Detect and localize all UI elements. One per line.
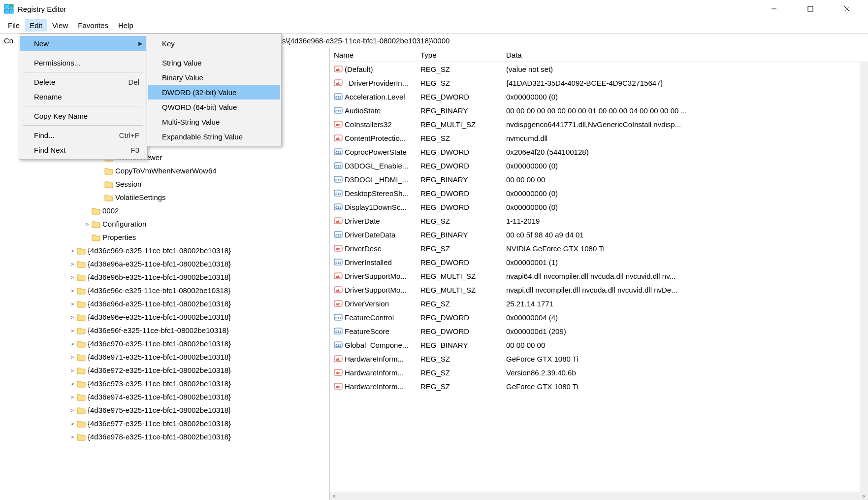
menu-item-binary-value[interactable]: Binary Value [148,70,280,85]
value-row[interactable]: 011D3DOGL_HDMI_...REG_BINARY00 00 00 00 [330,172,868,186]
value-row[interactable]: 011FeatureScoreREG_DWORD0x000000d1 (209) [330,324,868,338]
folder-icon [77,260,86,268]
tree-item[interactable]: >{4d36e96e-e325-11ce-bfc1-08002be10318} [0,310,329,324]
expand-icon[interactable]: > [69,434,76,440]
tree-item[interactable]: Properties [0,231,329,244]
menu-item-string-value[interactable]: String Value [148,55,280,70]
tree-item[interactable]: >{4d36e970-e325-11ce-bfc1-08002be10318} [0,337,329,350]
menu-view[interactable]: View [47,19,73,32]
expand-icon[interactable]: > [69,407,76,413]
tree-item-label: Session [115,180,141,188]
value-name: Display1DownSc... [345,203,407,211]
value-row[interactable]: 011DriverDateDataREG_BINARY00 c0 5f 98 4… [330,228,868,241]
tree-item[interactable]: >{4d36e96d-e325-11ce-bfc1-08002be10318} [0,297,329,310]
menu-item-expandable-string-value[interactable]: Expandable String Value [148,129,280,144]
menu-help[interactable]: Help [113,19,138,32]
expand-icon[interactable]: > [69,261,76,267]
menu-item-find-next[interactable]: Find NextF3 [20,142,146,157]
expand-icon[interactable]: > [69,341,76,347]
tree-item[interactable]: >{4d36e973-e325-11ce-bfc1-08002be10318} [0,377,329,390]
folder-icon [77,380,86,388]
tree-item[interactable]: >{4d36e971-e325-11ce-bfc1-08002be10318} [0,350,329,364]
value-row[interactable]: abHardwareInform...REG_SZGeForce GTX 108… [330,352,868,366]
expand-icon[interactable]: > [69,394,76,400]
tree-item[interactable]: >{4d36e978-e325-11ce-bfc1-08002be10318} [0,430,329,443]
minimize-button[interactable] [763,1,785,16]
value-row[interactable]: ab(Default)REG_SZ(value not set) [330,62,868,76]
tree-item[interactable]: >{4d36e96c-e325-11ce-bfc1-08002be10318} [0,284,329,297]
expand-icon[interactable]: > [69,314,76,320]
value-row[interactable]: abDriverSupportMo...REG_MULTI_SZnvapi64.… [330,269,868,283]
expand-icon[interactable]: > [69,288,76,294]
expand-icon[interactable]: > [69,301,76,307]
tree-item[interactable]: >{4d36e96f-e325-11ce-bfc1-08002be10318} [0,324,329,337]
menu-item-multi-string-value[interactable]: Multi-String Value [148,114,280,129]
expand-icon[interactable]: > [69,381,76,387]
tree-item[interactable]: >{4d36e974-e325-11ce-bfc1-08002be10318} [0,390,329,403]
expand-icon[interactable]: > [69,421,76,427]
value-row[interactable]: abDriverSupportMo...REG_MULTI_SZnvapi.dl… [330,283,868,297]
value-row[interactable]: 011Display1DownSc...REG_DWORD0x00000000 … [330,200,868,214]
menu-item-delete[interactable]: DeleteDel [20,74,146,89]
list-body[interactable]: ab(Default)REG_SZ(value not set)ab_Drive… [330,62,868,500]
value-row[interactable]: 011DesktopStereoSh...REG_DWORD0x00000000… [330,186,868,200]
close-button[interactable] [836,1,858,16]
vertical-scrollbar[interactable] [860,62,868,492]
value-row[interactable]: 011DriverInstalledREG_DWORD0x00000001 (1… [330,255,868,269]
tree-item[interactable]: 0002 [0,204,329,217]
tree-item[interactable]: >{4d36e972-e325-11ce-bfc1-08002be10318} [0,364,329,377]
expand-icon[interactable]: > [69,328,76,333]
expand-icon[interactable]: > [69,367,76,373]
value-row[interactable]: abContentProtectio...REG_SZnvmcumd.dll [330,131,868,145]
column-header-type[interactable]: Type [417,51,502,59]
value-row[interactable]: 011Global_Compone...REG_BINARY00 00 00 0… [330,338,868,352]
column-header-name[interactable]: Name [330,51,417,59]
tree-item[interactable]: >{4d36e96a-e325-11ce-bfc1-08002be10318} [0,257,329,270]
value-row[interactable]: 011CoprocPowerStateREG_DWORD0x206e4f20 (… [330,145,868,159]
menu-item-qword-64-bit-value[interactable]: QWORD (64-bit) Value [148,100,280,114]
tree-item[interactable]: >{4d36e969-e325-11ce-bfc1-08002be10318} [0,244,329,257]
value-row[interactable]: 011D3DOGL_Enable...REG_DWORD0x00000000 (… [330,159,868,172]
menu-item-key[interactable]: Key [148,36,280,51]
expand-icon[interactable]: > [69,248,76,254]
value-row[interactable]: abDriverDescREG_SZNVIDIA GeForce GTX 108… [330,241,868,255]
value-row[interactable]: 011AudioStateREG_BINARY00 00 00 00 00 00… [330,103,868,117]
value-row[interactable]: abHardwareInform...REG_SZVersion86.2.39.… [330,366,868,379]
menu-favorites[interactable]: Favorites [73,19,113,32]
scroll-left-icon[interactable]: < [330,493,338,499]
tree-item[interactable]: VolatileSettings [0,191,329,204]
tree-item[interactable]: >{4d36e977-e325-11ce-bfc1-08002be10318} [0,417,329,430]
value-name: Acceleration.Level [345,93,405,101]
scroll-right-icon[interactable]: > [860,493,868,499]
expand-icon[interactable]: > [69,354,76,360]
value-name: HardwareInform... [345,382,404,391]
value-row[interactable]: abCoInstallers32REG_MULTI_SZnvdispgenco6… [330,117,868,131]
menu-item-permissions[interactable]: Permissions... [20,55,146,70]
menu-edit[interactable]: Edit [25,19,47,32]
menu-item-new[interactable]: New▶ [20,36,146,51]
menu-item-dword-32-bit-value[interactable]: DWORD (32-bit) Value [148,85,280,100]
value-row[interactable]: abDriverDateREG_SZ1-11-2019 [330,214,868,228]
column-header-data[interactable]: Data [502,51,868,59]
value-row[interactable]: abDriverVersionREG_SZ25.21.14.1771 [330,297,868,310]
tree-item[interactable]: CopyToVmWhenNewerWow64 [0,164,329,177]
menu-item-copy-key-name[interactable]: Copy Key Name [20,108,146,123]
menu-item-rename[interactable]: Rename [20,89,146,104]
maximize-button[interactable] [799,1,822,16]
tree-item[interactable]: >{4d36e975-e325-11ce-bfc1-08002be10318} [0,403,329,417]
folder-icon [77,353,86,361]
value-name: DriverVersion [345,300,389,308]
menu-item-find[interactable]: Find...Ctrl+F [20,128,146,142]
menu-file[interactable]: File [3,19,25,32]
horizontal-scrollbar[interactable]: < > [330,492,868,500]
value-row[interactable]: 011FeatureControlREG_DWORD0x00000004 (4) [330,310,868,324]
value-row[interactable]: ab_DriverProviderIn...REG_SZ{41DAD321-35… [330,76,868,90]
tree-item-label: {4d36e96f-e325-11ce-bfc1-08002be10318} [88,326,229,334]
tree-item[interactable]: Session [0,177,329,191]
value-row[interactable]: abHardwareInform...REG_SZGeForce GTX 108… [330,379,868,393]
tree-item[interactable]: >{4d36e96b-e325-11ce-bfc1-08002be10318} [0,270,329,284]
expand-icon[interactable]: > [69,274,76,280]
expand-icon[interactable]: > [84,221,91,227]
tree-item[interactable]: >Configuration [0,217,329,231]
value-row[interactable]: 011Acceleration.LevelREG_DWORD0x00000000… [330,90,868,103]
